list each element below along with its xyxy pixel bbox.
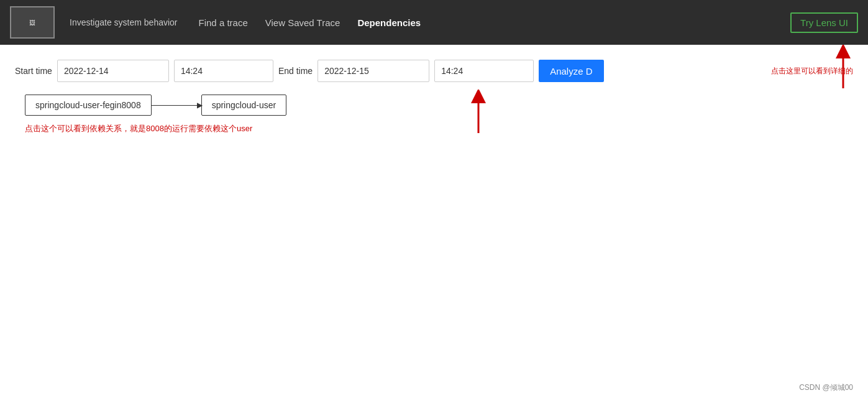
dep-node-a[interactable]: springcloud-user-fegin8008 — [25, 95, 152, 116]
hint-below-text: 点击这个可以看到依赖关系，就是8008的运行需要依赖这个user — [25, 123, 853, 134]
start-date-input[interactable] — [57, 60, 169, 82]
logo-placeholder: 🖼 — [29, 19, 35, 26]
dep-node-b[interactable]: springcloud-user — [201, 95, 287, 116]
start-time-label: Start time — [15, 66, 52, 76]
dep-arrow-icon — [152, 105, 201, 106]
end-date-input[interactable] — [318, 60, 429, 82]
nav-view-saved-trace[interactable]: View Saved Trace — [264, 15, 342, 30]
time-filter-row: Start time End time Analyze D 点击这里可以看到详细… — [15, 60, 853, 82]
logo: 🖼 — [10, 6, 55, 39]
analyze-button[interactable]: Analyze D — [539, 60, 603, 82]
footer-text: CSDN @倾城00 — [799, 382, 853, 393]
start-time-input[interactable] — [174, 60, 273, 82]
dependency-graph: springcloud-user-fegin8008 springcloud-u… — [25, 95, 853, 116]
end-time-label: End time — [278, 66, 313, 76]
investigate-label: Investigate system behavior — [70, 17, 178, 27]
main-content: Start time End time Analyze D 点击这里可以看到详细… — [0, 45, 868, 134]
app-header: 🖼 Investigate system behavior Find a tra… — [0, 0, 868, 45]
end-time-input[interactable] — [434, 60, 534, 82]
hint-right-text: 点击这里可以看到详细的 — [771, 66, 853, 76]
nav-find-trace[interactable]: Find a trace — [198, 15, 249, 30]
try-lens-button[interactable]: Try Lens UI — [790, 12, 858, 33]
nav-dependencies[interactable]: Dependencies — [356, 15, 422, 30]
